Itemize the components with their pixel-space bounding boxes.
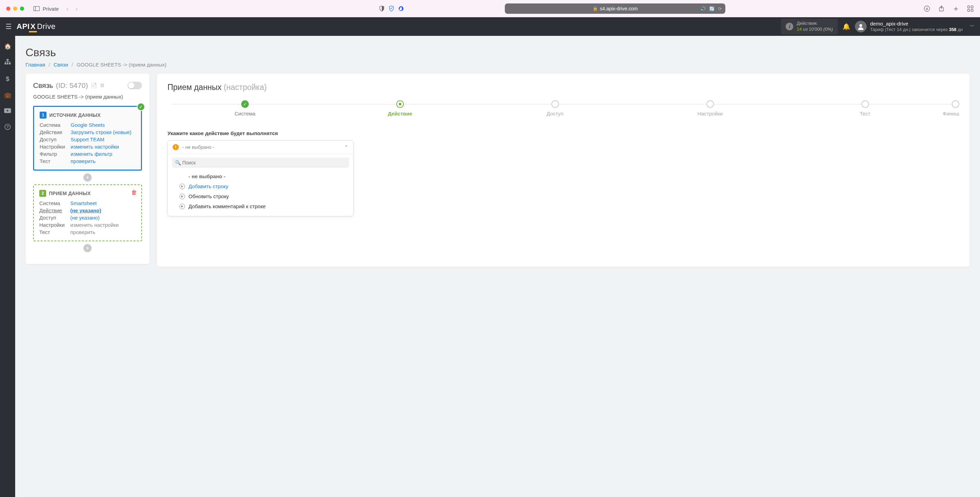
youtube-icon[interactable]: [4, 108, 11, 115]
step-label-finish: Финиш: [943, 111, 959, 116]
step-circle-settings[interactable]: [706, 100, 714, 108]
forward-button[interactable]: ›: [73, 5, 80, 13]
logo[interactable]: APIXDrive: [16, 22, 56, 31]
src-access-v[interactable]: Support TEAM: [71, 137, 135, 142]
option-add-row-label: Добавить строку: [188, 183, 229, 189]
copy-icon[interactable]: 📄: [91, 82, 97, 89]
translate-icon[interactable]: 🔄: [709, 6, 715, 11]
src-system-v[interactable]: Google Sheets: [71, 122, 135, 128]
info-icon: i: [786, 23, 793, 30]
svg-rect-0: [34, 6, 40, 11]
add-step-button[interactable]: +: [83, 174, 92, 182]
sitemap-icon[interactable]: [5, 59, 11, 66]
dropdown-search-input[interactable]: [172, 158, 349, 168]
user-chevron-icon[interactable]: ﹀: [970, 24, 975, 30]
shield-half-icon[interactable]: [379, 5, 385, 12]
actions-counter: i Действия: 14 из 10'000 (0%): [781, 19, 838, 35]
home-icon[interactable]: 🏠: [4, 43, 11, 50]
window-controls: [6, 6, 24, 11]
bc-links[interactable]: Связи: [54, 62, 68, 68]
link-card: Связь (ID: 5470) 📄 ⚙ GOOGLE SHEETS -> (п…: [25, 74, 150, 264]
page-title: Связь: [25, 46, 970, 59]
actions-label: Действия:: [797, 21, 833, 27]
source-step-box[interactable]: ✓ 1 ИСТОЧНИК ДАННЫХ Система Google Sheet…: [33, 106, 142, 170]
dropdown-panel: 🔍 - не выбрано - ▶ Добавить строку ▶ Обн…: [168, 154, 353, 216]
src-settings-v[interactable]: изменить настройки: [71, 144, 135, 150]
wizard-stepper: ✓ Система Действие Доступ Настройки: [167, 100, 959, 116]
svg-rect-8: [971, 9, 973, 11]
option-update-row[interactable]: ▶ Обновить строку: [172, 191, 349, 201]
user-menu[interactable]: demo_apix-drive Тариф |Тест 14 дн.| зако…: [855, 20, 963, 33]
logo-x: X: [30, 22, 36, 31]
step-circle-finish[interactable]: [952, 100, 959, 108]
logo-drive: Drive: [37, 22, 56, 31]
gear-icon[interactable]: ⚙: [100, 82, 104, 89]
briefcase-icon[interactable]: 💼: [4, 92, 11, 99]
right-title: Прием данных: [167, 83, 221, 92]
shield-check-icon[interactable]: [388, 5, 395, 12]
avatar: [855, 21, 867, 32]
check-badge-icon: ✓: [137, 103, 145, 111]
download-icon[interactable]: [923, 5, 931, 12]
dropdown-toggle[interactable]: ! - не выбрано - ⌃: [168, 141, 353, 154]
src-filter-l: Фильтр: [40, 151, 71, 157]
step-circle-test[interactable]: [861, 100, 869, 108]
tabs-grid-icon[interactable]: [967, 5, 974, 12]
step-label-settings: Настройки: [697, 111, 723, 116]
rcv-system-v[interactable]: Smartsheet: [70, 200, 136, 206]
search-icon: 🔍: [175, 160, 181, 166]
rcv-action-v[interactable]: (не указано): [70, 207, 136, 213]
step-circle-action[interactable]: [396, 100, 404, 108]
src-action-v[interactable]: Загрузить строки (новые): [71, 129, 135, 135]
option-none[interactable]: - не выбрано -: [172, 171, 349, 181]
url-bar[interactable]: 🔒 s4.apix-drive.com 🔊 🔄 ⟳: [505, 3, 725, 14]
option-add-comment[interactable]: ▶ Добавить комментарий к строке: [172, 201, 349, 211]
logo-api: API: [16, 22, 30, 31]
src-test-v[interactable]: проверить: [71, 158, 135, 164]
bc-home[interactable]: Главная: [25, 62, 45, 68]
right-title-sub: (настройка): [224, 83, 267, 92]
minimize-window-button[interactable]: [13, 6, 17, 11]
actions-max: 10'000: [809, 27, 822, 32]
step-label-system: Система: [235, 111, 255, 116]
step-circle-system[interactable]: ✓: [241, 100, 249, 108]
actions-of: из: [802, 27, 809, 32]
receiver-step-box[interactable]: 🗑 2 ПРИЕМ ДАННЫХ Система Smartsheet Дейс…: [33, 185, 142, 241]
svg-rect-10: [6, 59, 9, 61]
src-action-l: Действие: [40, 129, 71, 135]
action-dropdown: ! - не выбрано - ⌃ 🔍 - не выбрано - ▶ До…: [167, 140, 353, 217]
step-label-action: Действие: [388, 111, 412, 116]
action-field-label: Укажите какое действие будет выполнятся: [167, 130, 959, 136]
rcv-settings-v: изменить настройки: [70, 222, 136, 228]
step-circle-access[interactable]: [551, 100, 559, 108]
rcv-access-l: Доступ: [39, 215, 70, 221]
hand-icon[interactable]: [398, 5, 404, 12]
share-icon[interactable]: [938, 5, 945, 12]
svg-rect-11: [5, 63, 6, 64]
rcv-access-v[interactable]: (не указано): [70, 215, 136, 221]
add-step-button-2[interactable]: +: [83, 244, 92, 252]
card-id: (ID: 5470): [56, 81, 88, 89]
sidebar-toggle-icon[interactable]: [33, 5, 40, 12]
user-name: demo_apix-drive: [870, 20, 963, 27]
maximize-window-button[interactable]: [20, 6, 24, 11]
new-tab-icon[interactable]: ＋: [953, 5, 959, 12]
notifications-button[interactable]: 🔔: [843, 23, 850, 30]
icon-sidebar: 🏠 $ 💼 ?: [0, 36, 15, 497]
back-button[interactable]: ‹: [64, 5, 71, 13]
delete-icon[interactable]: 🗑: [131, 189, 137, 196]
svg-text:?: ?: [6, 125, 9, 129]
reload-icon[interactable]: ⟳: [718, 6, 722, 11]
option-add-row[interactable]: ▶ Добавить строку: [172, 181, 349, 191]
src-test-l: Тест: [40, 158, 71, 164]
svg-rect-7: [967, 9, 970, 11]
mute-icon[interactable]: 🔊: [700, 6, 706, 11]
warning-icon: !: [173, 144, 179, 150]
step-label-test: Тест: [860, 111, 870, 116]
menu-button[interactable]: ☰: [5, 22, 12, 31]
close-window-button[interactable]: [6, 6, 10, 11]
enable-toggle[interactable]: [127, 82, 142, 89]
dollar-icon[interactable]: $: [6, 75, 10, 83]
help-icon[interactable]: ?: [5, 124, 11, 132]
src-filter-v[interactable]: изменить фильтр: [71, 151, 135, 157]
